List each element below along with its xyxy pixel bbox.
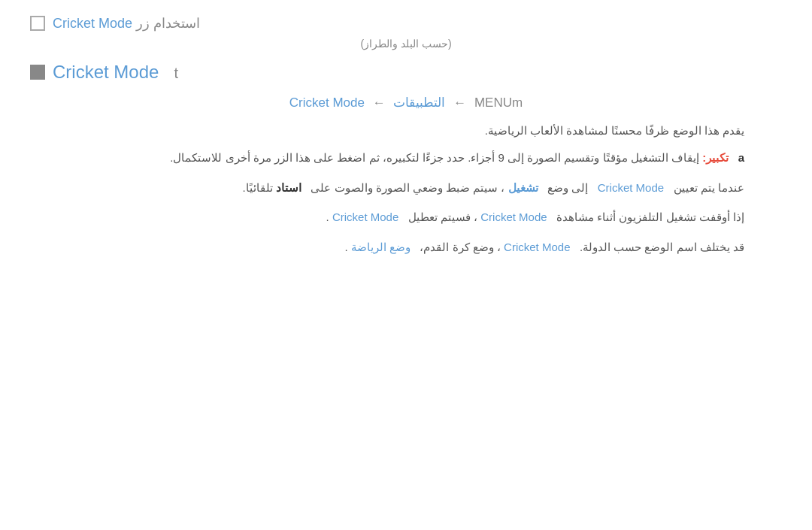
desc-mode-text-end: تلقائيًا.	[243, 181, 273, 194]
desc-zoom-a: a	[738, 151, 744, 164]
description-block: يقدم هذا الوضع ظرفًا محسنًا لمشاهدة الأل…	[68, 124, 744, 256]
breadcrumb-arrow2: ←	[373, 95, 386, 110]
desc-mode-text1: عندما يتم تعيين	[674, 181, 744, 194]
breadcrumb: MENUm ← التطبيقات ← Cricket Mode	[30, 95, 782, 111]
desc-name-text1: قد يختلف اسم الوضع حسب الدولة.	[580, 241, 744, 253]
page-container: استخدام زر Cricket Mode (حسب البلد والطر…	[0, 0, 812, 530]
desc-zoom-text: إيقاف التشغيل مؤقتًا وتقسيم الصورة إلى 9…	[170, 151, 699, 164]
desc-stop-text3: .	[326, 210, 329, 223]
desc-mode-bold1: تشغيل	[508, 181, 538, 194]
desc-stop-blue1: Cricket Mode	[480, 210, 547, 223]
desc-name-text2: ، وضع كرة القدم،	[420, 241, 501, 253]
desc-mode-bold2: استاد	[276, 181, 301, 194]
desc-zoom: a تكبير: إيقاف التشغيل مؤقتًا وتقسيم الص…	[68, 148, 744, 168]
desc-zoom-red: تكبير:	[702, 151, 729, 164]
desc-mode-text-mid1: إلى وضع	[547, 181, 588, 194]
checkbox-sublabel: (حسب البلد والطراز)	[30, 38, 782, 50]
breadcrumb-part1: MENUm	[474, 95, 523, 110]
checkbox1-blue: Cricket Mode	[53, 16, 132, 31]
desc-stop-blue2: Cricket Mode	[332, 210, 398, 223]
breadcrumb-part3: Cricket Mode	[289, 95, 365, 110]
desc-name-link[interactable]: وضع الرياضة	[351, 241, 411, 253]
desc-stop-text2: ، فسيتم تعطيل	[408, 210, 477, 223]
desc-mode: عندما يتم تعيين Cricket Mode إلى وضع تشغ…	[68, 178, 744, 198]
desc-name-blue1: Cricket Mode	[504, 241, 570, 253]
checkbox2[interactable]	[30, 65, 45, 80]
desc-stop-text1: إذا أوقفت تشغيل التلفزيون أثناء مشاهدة	[556, 210, 744, 223]
desc-mode-text-mid2: ، سيتم ضبط وضعي الصورة والصوت على	[311, 181, 504, 194]
checkbox1-use-label: استخدام زر	[136, 16, 200, 31]
checkbox1[interactable]	[30, 16, 45, 31]
breadcrumb-arrow1: ←	[453, 95, 466, 110]
checkbox-row-1: استخدام زر Cricket Mode	[30, 15, 782, 32]
desc-intro: يقدم هذا الوضع ظرفًا محسنًا لمشاهدة الأل…	[68, 124, 744, 138]
desc-mode-blue1: Cricket Mode	[598, 181, 664, 194]
desc-name-text3: .	[344, 241, 347, 253]
section-title: Cricket Mode t	[53, 62, 178, 83]
title-row: Cricket Mode t	[30, 62, 782, 83]
desc-stop: إذا أوقفت تشغيل التلفزيون أثناء مشاهدة C…	[68, 207, 744, 227]
desc-name: قد يختلف اسم الوضع حسب الدولة. Cricket M…	[68, 238, 744, 257]
title-suffix: t	[174, 65, 178, 81]
checkbox1-label: استخدام زر Cricket Mode	[53, 15, 200, 32]
breadcrumb-part2: التطبيقات	[393, 95, 445, 110]
title-blue: Cricket Mode	[53, 62, 159, 82]
